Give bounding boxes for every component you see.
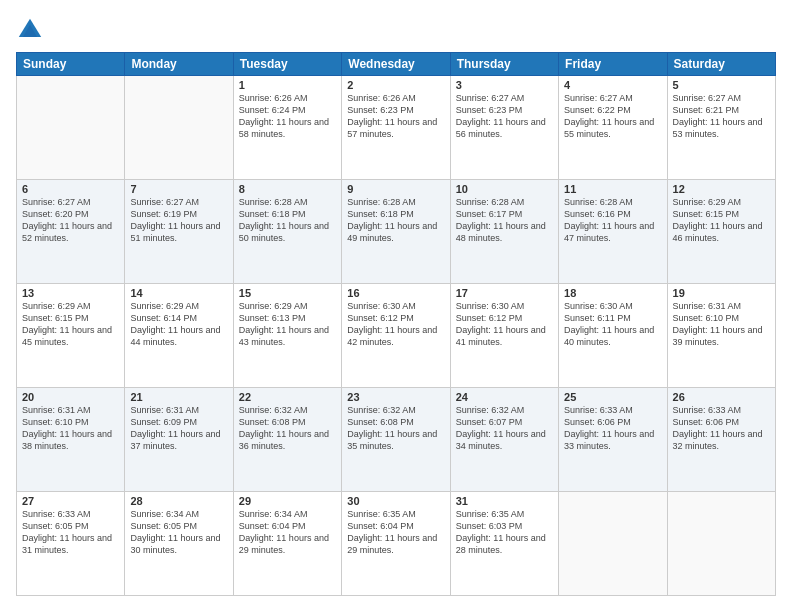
day-info: Sunrise: 6:27 AMSunset: 6:23 PMDaylight:…: [456, 92, 553, 141]
page: SundayMondayTuesdayWednesdayThursdayFrid…: [0, 0, 792, 612]
day-number: 2: [347, 79, 444, 91]
day-info: Sunrise: 6:31 AMSunset: 6:10 PMDaylight:…: [673, 300, 770, 349]
calendar-cell: 16Sunrise: 6:30 AMSunset: 6:12 PMDayligh…: [342, 284, 450, 388]
calendar-cell: 10Sunrise: 6:28 AMSunset: 6:17 PMDayligh…: [450, 180, 558, 284]
calendar-cell: 23Sunrise: 6:32 AMSunset: 6:08 PMDayligh…: [342, 388, 450, 492]
day-info: Sunrise: 6:27 AMSunset: 6:22 PMDaylight:…: [564, 92, 661, 141]
calendar-cell: 18Sunrise: 6:30 AMSunset: 6:11 PMDayligh…: [559, 284, 667, 388]
calendar: SundayMondayTuesdayWednesdayThursdayFrid…: [16, 52, 776, 596]
calendar-cell: 9Sunrise: 6:28 AMSunset: 6:18 PMDaylight…: [342, 180, 450, 284]
calendar-cell: [125, 76, 233, 180]
day-info: Sunrise: 6:29 AMSunset: 6:15 PMDaylight:…: [673, 196, 770, 245]
day-header-tuesday: Tuesday: [233, 53, 341, 76]
day-number: 22: [239, 391, 336, 403]
calendar-cell: 29Sunrise: 6:34 AMSunset: 6:04 PMDayligh…: [233, 492, 341, 596]
day-info: Sunrise: 6:27 AMSunset: 6:19 PMDaylight:…: [130, 196, 227, 245]
day-info: Sunrise: 6:28 AMSunset: 6:16 PMDaylight:…: [564, 196, 661, 245]
day-info: Sunrise: 6:28 AMSunset: 6:17 PMDaylight:…: [456, 196, 553, 245]
day-info: Sunrise: 6:32 AMSunset: 6:08 PMDaylight:…: [239, 404, 336, 453]
day-number: 19: [673, 287, 770, 299]
calendar-cell: [559, 492, 667, 596]
day-number: 7: [130, 183, 227, 195]
day-info: Sunrise: 6:27 AMSunset: 6:21 PMDaylight:…: [673, 92, 770, 141]
week-row-3: 13Sunrise: 6:29 AMSunset: 6:15 PMDayligh…: [17, 284, 776, 388]
week-row-5: 27Sunrise: 6:33 AMSunset: 6:05 PMDayligh…: [17, 492, 776, 596]
calendar-body: 1Sunrise: 6:26 AMSunset: 6:24 PMDaylight…: [17, 76, 776, 596]
day-number: 8: [239, 183, 336, 195]
day-header-sunday: Sunday: [17, 53, 125, 76]
calendar-cell: 22Sunrise: 6:32 AMSunset: 6:08 PMDayligh…: [233, 388, 341, 492]
calendar-cell: 1Sunrise: 6:26 AMSunset: 6:24 PMDaylight…: [233, 76, 341, 180]
day-number: 28: [130, 495, 227, 507]
header-row: SundayMondayTuesdayWednesdayThursdayFrid…: [17, 53, 776, 76]
week-row-4: 20Sunrise: 6:31 AMSunset: 6:10 PMDayligh…: [17, 388, 776, 492]
day-number: 16: [347, 287, 444, 299]
day-number: 20: [22, 391, 119, 403]
day-number: 10: [456, 183, 553, 195]
calendar-cell: 28Sunrise: 6:34 AMSunset: 6:05 PMDayligh…: [125, 492, 233, 596]
calendar-cell: 25Sunrise: 6:33 AMSunset: 6:06 PMDayligh…: [559, 388, 667, 492]
calendar-cell: 26Sunrise: 6:33 AMSunset: 6:06 PMDayligh…: [667, 388, 775, 492]
day-number: 30: [347, 495, 444, 507]
day-number: 29: [239, 495, 336, 507]
week-row-1: 1Sunrise: 6:26 AMSunset: 6:24 PMDaylight…: [17, 76, 776, 180]
day-number: 15: [239, 287, 336, 299]
calendar-header: SundayMondayTuesdayWednesdayThursdayFrid…: [17, 53, 776, 76]
calendar-cell: 17Sunrise: 6:30 AMSunset: 6:12 PMDayligh…: [450, 284, 558, 388]
day-info: Sunrise: 6:26 AMSunset: 6:23 PMDaylight:…: [347, 92, 444, 141]
logo: [16, 16, 46, 44]
day-info: Sunrise: 6:28 AMSunset: 6:18 PMDaylight:…: [239, 196, 336, 245]
calendar-cell: 27Sunrise: 6:33 AMSunset: 6:05 PMDayligh…: [17, 492, 125, 596]
calendar-cell: 14Sunrise: 6:29 AMSunset: 6:14 PMDayligh…: [125, 284, 233, 388]
day-header-monday: Monday: [125, 53, 233, 76]
day-info: Sunrise: 6:34 AMSunset: 6:05 PMDaylight:…: [130, 508, 227, 557]
day-number: 25: [564, 391, 661, 403]
calendar-cell: [667, 492, 775, 596]
calendar-cell: 30Sunrise: 6:35 AMSunset: 6:04 PMDayligh…: [342, 492, 450, 596]
calendar-cell: [17, 76, 125, 180]
calendar-cell: 24Sunrise: 6:32 AMSunset: 6:07 PMDayligh…: [450, 388, 558, 492]
logo-icon: [16, 16, 44, 44]
day-info: Sunrise: 6:35 AMSunset: 6:03 PMDaylight:…: [456, 508, 553, 557]
day-header-wednesday: Wednesday: [342, 53, 450, 76]
calendar-cell: 13Sunrise: 6:29 AMSunset: 6:15 PMDayligh…: [17, 284, 125, 388]
day-number: 18: [564, 287, 661, 299]
day-number: 21: [130, 391, 227, 403]
day-number: 3: [456, 79, 553, 91]
day-info: Sunrise: 6:26 AMSunset: 6:24 PMDaylight:…: [239, 92, 336, 141]
day-info: Sunrise: 6:30 AMSunset: 6:11 PMDaylight:…: [564, 300, 661, 349]
day-info: Sunrise: 6:30 AMSunset: 6:12 PMDaylight:…: [347, 300, 444, 349]
calendar-cell: 11Sunrise: 6:28 AMSunset: 6:16 PMDayligh…: [559, 180, 667, 284]
day-header-thursday: Thursday: [450, 53, 558, 76]
day-info: Sunrise: 6:30 AMSunset: 6:12 PMDaylight:…: [456, 300, 553, 349]
day-info: Sunrise: 6:33 AMSunset: 6:05 PMDaylight:…: [22, 508, 119, 557]
calendar-cell: 12Sunrise: 6:29 AMSunset: 6:15 PMDayligh…: [667, 180, 775, 284]
day-info: Sunrise: 6:35 AMSunset: 6:04 PMDaylight:…: [347, 508, 444, 557]
calendar-cell: 2Sunrise: 6:26 AMSunset: 6:23 PMDaylight…: [342, 76, 450, 180]
day-number: 1: [239, 79, 336, 91]
calendar-cell: 7Sunrise: 6:27 AMSunset: 6:19 PMDaylight…: [125, 180, 233, 284]
day-info: Sunrise: 6:34 AMSunset: 6:04 PMDaylight:…: [239, 508, 336, 557]
day-info: Sunrise: 6:33 AMSunset: 6:06 PMDaylight:…: [673, 404, 770, 453]
day-header-saturday: Saturday: [667, 53, 775, 76]
day-info: Sunrise: 6:29 AMSunset: 6:13 PMDaylight:…: [239, 300, 336, 349]
calendar-cell: 5Sunrise: 6:27 AMSunset: 6:21 PMDaylight…: [667, 76, 775, 180]
day-number: 26: [673, 391, 770, 403]
day-number: 4: [564, 79, 661, 91]
day-number: 24: [456, 391, 553, 403]
day-info: Sunrise: 6:27 AMSunset: 6:20 PMDaylight:…: [22, 196, 119, 245]
day-info: Sunrise: 6:31 AMSunset: 6:10 PMDaylight:…: [22, 404, 119, 453]
calendar-cell: 20Sunrise: 6:31 AMSunset: 6:10 PMDayligh…: [17, 388, 125, 492]
day-info: Sunrise: 6:32 AMSunset: 6:08 PMDaylight:…: [347, 404, 444, 453]
day-number: 13: [22, 287, 119, 299]
calendar-cell: 3Sunrise: 6:27 AMSunset: 6:23 PMDaylight…: [450, 76, 558, 180]
day-info: Sunrise: 6:28 AMSunset: 6:18 PMDaylight:…: [347, 196, 444, 245]
day-number: 12: [673, 183, 770, 195]
day-number: 5: [673, 79, 770, 91]
day-number: 14: [130, 287, 227, 299]
day-number: 31: [456, 495, 553, 507]
calendar-cell: 8Sunrise: 6:28 AMSunset: 6:18 PMDaylight…: [233, 180, 341, 284]
day-number: 6: [22, 183, 119, 195]
day-info: Sunrise: 6:31 AMSunset: 6:09 PMDaylight:…: [130, 404, 227, 453]
day-info: Sunrise: 6:33 AMSunset: 6:06 PMDaylight:…: [564, 404, 661, 453]
